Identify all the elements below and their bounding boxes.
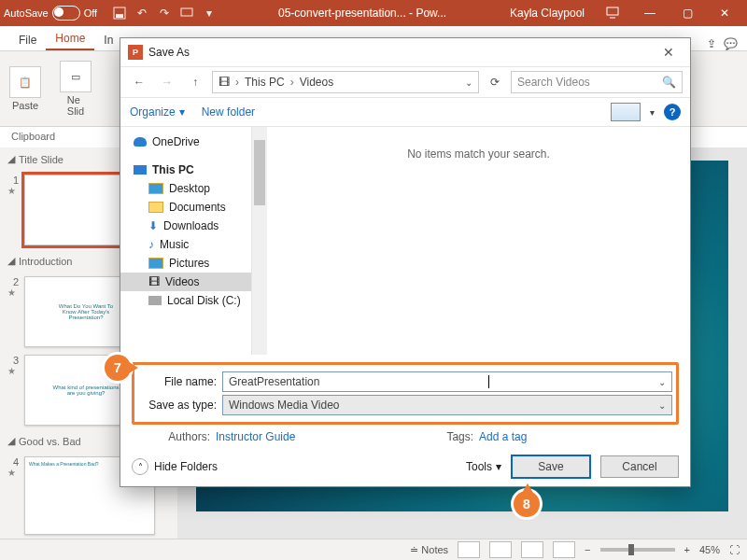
paste-button[interactable]: 📋 Paste [9,66,41,111]
zoom-level[interactable]: 45% [699,544,720,555]
refresh-icon[interactable]: ⟳ [485,72,505,92]
powerpoint-icon: P [128,45,143,60]
authors-label: Authors: [132,430,210,443]
tab-file[interactable]: File [9,30,46,50]
empty-message: No items match your search. [407,147,550,161]
chevron-down-icon[interactable]: ▾ [650,107,655,118]
svg-rect-1 [116,14,123,18]
dialog-fields: File name: GreatPresentation⌄ Save as ty… [120,355,690,447]
tree-localdisk[interactable]: Local Disk (C:) [120,291,251,310]
download-icon: ⬇ [148,219,158,232]
close-icon[interactable]: ✕ [706,0,743,26]
tab-home[interactable]: Home [46,28,94,50]
view-mode-button[interactable] [611,103,641,121]
fit-window-icon[interactable]: ⛶ [729,544,740,555]
file-name-label: File name: [138,375,217,388]
dialog-actions: ˄Hide Folders Tools ▾ Save Cancel [120,447,690,486]
nav-back-icon[interactable]: ← [128,71,150,93]
tree-videos[interactable]: 🎞Videos [120,273,251,291]
help-icon[interactable]: ? [664,104,681,120]
user-name[interactable]: Kayla Claypool [500,7,594,20]
save-type-label: Save as type: [138,399,217,412]
search-placeholder: Search Videos [517,76,590,89]
pc-icon [134,165,147,175]
share-icon[interactable]: ⇪ [707,37,716,50]
zoom-in-icon[interactable]: + [684,544,690,555]
file-name-input[interactable]: GreatPresentation⌄ [222,371,672,392]
maximize-icon[interactable]: ▢ [669,0,706,26]
dialog-body: OneDrive This PC Desktop Documents ⬇Down… [120,127,690,355]
cancel-button[interactable]: Cancel [600,455,679,478]
chevron-down-icon[interactable]: ⌄ [658,400,666,411]
nav-forward-icon[interactable]: → [156,71,178,93]
tab-insert[interactable]: In [94,30,122,50]
ribbon-options-icon[interactable] [594,0,631,26]
dialog-titlebar: P Save As ✕ [120,38,690,67]
tags-label: Tags: [446,430,473,443]
address-bar[interactable]: 🎞 › This PC › Videos ⌄ [212,71,479,93]
autosave-state: Off [84,7,97,19]
normal-view-icon[interactable] [458,541,480,558]
autosave-toggle[interactable]: AutoSave Off [4,6,97,21]
zoom-slider[interactable] [600,548,675,552]
disk-icon [148,296,162,305]
dialog-toolbar: Organize ▾ New folder ▾ ? [120,98,690,127]
clipboard-group-label: Clipboard [11,131,55,142]
tools-button[interactable]: Tools ▾ [466,460,501,473]
tree-desktop[interactable]: Desktop [120,179,251,198]
slideshow-view-icon[interactable] [553,541,575,558]
tree-documents[interactable]: Documents [120,198,251,217]
start-slideshow-icon[interactable] [179,6,194,21]
tree-downloads[interactable]: ⬇Downloads [120,217,251,235]
music-icon: ♪ [148,238,154,251]
tree-music[interactable]: ♪Music [120,235,251,254]
quick-access-toolbar: ↶ ↷ ▾ [105,6,224,21]
chevron-down-icon[interactable]: ⌄ [658,377,666,387]
notes-button[interactable]: ≐ Notes [410,544,448,556]
organize-button[interactable]: Organize ▾ [130,105,185,119]
callout-badge-7: 7 [105,355,131,381]
dialog-close-icon[interactable]: ✕ [655,45,683,60]
tree-pictures[interactable]: Pictures [120,254,251,273]
tree-thispc[interactable]: This PC [120,161,251,179]
minimize-icon[interactable]: — [631,0,669,26]
nav-up-icon[interactable]: ↑ [184,71,206,93]
chevron-down-icon[interactable]: ⌄ [465,77,472,88]
sorter-view-icon[interactable] [489,541,512,558]
tree-onedrive[interactable]: OneDrive [120,133,251,151]
cloud-icon [134,137,147,147]
breadcrumb-leaf[interactable]: Videos [300,76,333,89]
search-input[interactable]: Search Videos 🔍 [511,71,683,93]
save-button[interactable]: Save [511,455,591,479]
reading-view-icon[interactable] [521,541,543,558]
new-slide-button[interactable]: ▭ Ne Slid [60,61,92,117]
authors-value[interactable]: Instructor Guide [216,430,295,443]
new-slide-label: Ne Slid [67,94,84,117]
save-icon[interactable] [112,6,127,21]
qat-more-icon[interactable]: ▾ [202,6,217,21]
paste-label: Paste [12,100,38,111]
toggle-icon [52,6,80,21]
svg-rect-3 [607,7,618,15]
breadcrumb-root[interactable]: This PC [245,76,285,89]
zoom-out-icon[interactable]: − [585,544,590,555]
folder-icon [148,202,163,213]
tree-scrollbar[interactable] [251,127,267,355]
comments-icon[interactable]: 💬 [724,37,738,50]
title-bar: AutoSave Off ↶ ↷ ▾ 05-convert-presentati… [0,0,747,26]
document-title: 05-convert-presentation... - Pow... [224,7,500,20]
save-type-select[interactable]: Windows Media Video⌄ [222,395,672,415]
tags-value[interactable]: Add a tag [479,430,527,443]
save-as-dialog: P Save As ✕ ← → ↑ 🎞 › This PC › Videos ⌄… [120,37,691,487]
clipboard-icon: 📋 [9,66,41,98]
dialog-nav: ← → ↑ 🎞 › This PC › Videos ⌄ ⟳ Search Vi… [120,67,690,98]
videos-folder-icon: 🎞 [218,76,230,89]
new-slide-icon: ▭ [60,61,92,92]
hide-folders-button[interactable]: ˄Hide Folders [132,458,218,475]
redo-icon[interactable]: ↷ [157,6,172,21]
new-folder-button[interactable]: New folder [202,105,255,119]
svg-rect-2 [181,8,192,16]
folder-icon [148,183,163,194]
search-icon: 🔍 [662,76,676,89]
undo-icon[interactable]: ↶ [134,6,149,21]
